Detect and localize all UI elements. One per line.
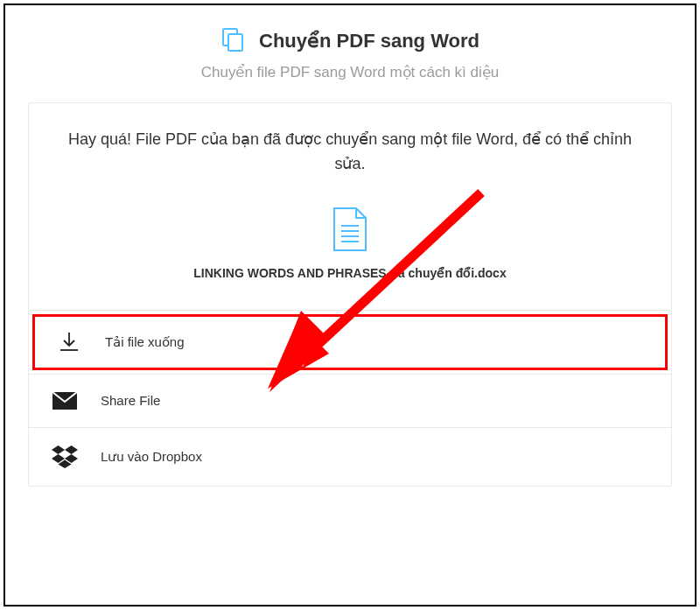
share-label: Share File [101,393,160,408]
page-title: Chuyển PDF sang Word [259,30,480,53]
document-icon [332,240,368,255]
download-label: Tải file xuống [105,334,185,350]
svg-marker-10 [65,445,78,454]
copy-page-icon [220,26,247,56]
dropbox-label: Lưu vào Dropbox [101,449,202,465]
page-subtitle: Chuyển file PDF sang Word một cách kì di… [5,63,695,81]
dropbox-icon [52,445,78,468]
content-card: Hay quá! File PDF của bạn đã được chuyển… [28,102,672,487]
svg-marker-9 [52,445,65,454]
file-preview: LINKING WORDS AND PHRASES-đã chuyển đổi.… [64,207,636,280]
download-button[interactable]: Tải file xuống [32,314,668,370]
share-button[interactable]: Share File [29,375,671,428]
download-row-container: Tải file xuống [29,314,671,375]
download-icon [56,331,82,354]
converted-filename: LINKING WORDS AND PHRASES-đã chuyển đổi.… [64,266,636,280]
svg-rect-1 [228,34,242,51]
envelope-icon [52,392,78,410]
success-block: Hay quá! File PDF của bạn đã được chuyển… [29,103,671,311]
page-header: Chuyển PDF sang Word Chuyển file PDF san… [5,5,695,94]
success-message: Hay quá! File PDF của bạn đã được chuyển… [64,128,636,177]
dropbox-button[interactable]: Lưu vào Dropbox [29,428,671,486]
